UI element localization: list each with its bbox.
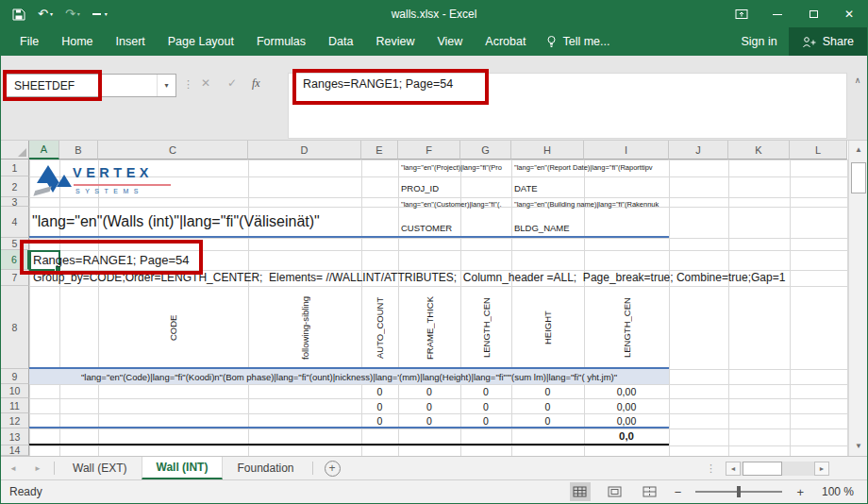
enter-button[interactable]: ✓ [227,76,237,90]
customize-quick-access-button[interactable]: ▾ [92,1,108,27]
table-header-height[interactable]: HEIGHT [538,288,557,367]
row-header-5[interactable]: 5 [1,238,29,250]
cell-H11[interactable]: 0 [511,400,584,413]
row-header-7[interactable]: 7 [1,270,29,286]
cell-F3[interactable]: "lang="en"(Customer)|lang="fi"(. [401,198,509,210]
cell-H1[interactable]: "lang="en"(Report Date)|lang="fi"(Raport… [514,161,667,174]
scroll-right-button[interactable]: ► [814,462,829,476]
ribbon-tab-page-layout[interactable]: Page Layout [157,27,245,56]
cell-F12[interactable]: 0 [398,414,460,428]
row-header-11[interactable]: 11 [1,398,29,413]
select-all-corner[interactable] [1,141,29,160]
cell-A4-title[interactable]: "lang="en"(Walls (int)"|lang="fi"(Välise… [32,209,320,235]
formula-input[interactable]: Ranges=RANGE1; Page=54 [288,73,847,139]
column-header-F[interactable]: F [398,141,460,160]
sign-in-button[interactable]: Sign in [729,35,788,48]
ribbon-display-options-button[interactable] [724,1,760,27]
cancel-button[interactable]: ✕ [201,76,210,90]
save-icon[interactable] [12,8,25,21]
table-header-auto-count[interactable]: AUTO_COUNT [370,288,389,367]
cell-F4[interactable]: CUSTOMER [401,221,452,235]
row-header-14[interactable]: 14 [1,445,29,456]
cell-H4[interactable]: BLDG_NAME [514,221,570,235]
column-header-D[interactable]: D [248,141,361,160]
ribbon-tab-view[interactable]: View [426,27,474,56]
scroll-left-button[interactable]: ◄ [726,462,741,476]
row-header-9[interactable]: 9 [1,369,29,384]
table-header-code[interactable]: CODE [163,288,182,367]
sheet-tab-wall-ext[interactable]: Wall (EXT) [58,457,142,479]
row-header-10[interactable]: 10 [1,384,29,398]
scroll-up-button[interactable]: ▲ [849,141,868,160]
cell-F11[interactable]: 0 [398,400,460,413]
zoom-slider-thumb[interactable] [737,486,741,497]
table-header-length-center[interactable]: LENGTH_CEN [476,288,495,367]
undo-button[interactable]: ↶▾ [38,1,53,27]
vertical-scrollbar-thumb[interactable] [851,162,866,193]
tell-me-box[interactable]: Tell me... [537,35,619,48]
table-header-frame-thick[interactable]: FRAME_THICK [420,288,439,367]
column-header-K[interactable]: K [728,141,790,160]
column-header-I[interactable]: I [584,141,669,160]
sheet-tab-foundation[interactable]: Foundation [223,457,308,479]
column-header-L[interactable]: L [790,141,847,160]
table-header-following-sibling[interactable]: following-sibling [295,288,314,367]
name-box-dropdown[interactable]: ▾ [157,75,175,96]
sheet-tab-wall-int[interactable]: Wall (INT) [142,457,224,479]
cell-A6[interactable]: Ranges=RANGE1; Page=54 [33,251,190,270]
zoom-out-button[interactable]: − [675,485,682,499]
cell-E10[interactable]: 0 [361,385,398,398]
maximize-button[interactable] [795,1,831,27]
redo-button[interactable]: ↷▾ [65,1,80,27]
minimize-button[interactable] [760,1,795,27]
vertical-scrollbar[interactable]: ▲ ▼ [848,141,868,456]
cell-G10[interactable]: 0 [460,385,511,398]
sheet-nav-right-icon[interactable]: ► [25,457,50,479]
cell-H12[interactable]: 0 [511,414,584,428]
row-header-8[interactable]: 8 [1,286,29,369]
row-header-13[interactable]: 13 [1,428,29,445]
column-header-A[interactable]: A [29,141,59,160]
table-header-length-center-2[interactable]: LENGTH_CEN [617,288,636,367]
ribbon-tab-home[interactable]: Home [50,27,104,56]
name-box[interactable]: SHEETDEF ▾ [5,74,176,97]
cell-E12[interactable]: 0 [361,414,398,428]
zoom-level[interactable]: 100 % [818,485,854,498]
column-header-B[interactable]: B [59,141,98,160]
collapse-formula-bar-button[interactable]: ∧ [849,76,866,85]
worksheet-grid[interactable]: VERTEX SYSTEMS "lang="en"(Project)|lang=… [1,141,848,456]
cell-G11[interactable]: 0 [460,400,511,413]
column-header-E[interactable]: E [361,141,398,160]
column-header-C[interactable]: C [98,141,248,160]
cell-A9-column-labels[interactable]: "lang="en"(Code)|lang="fi"(Koodi)n"(Bom … [81,371,617,383]
cell-F1[interactable]: "lang="en"(Project)|lang="fi"(Pro [401,161,509,174]
sheet-nav-left-icon[interactable]: ◄ [1,457,25,479]
column-header-G[interactable]: G [460,141,511,160]
cell-F10[interactable]: 0 [398,385,460,398]
cell-E11[interactable]: 0 [361,400,398,413]
horizontal-scrollbar-track[interactable] [741,462,814,476]
new-sheet-button[interactable]: + [325,461,341,477]
page-break-preview-button[interactable] [640,482,660,501]
row-header-4[interactable]: 4 [1,207,29,238]
cell-A7[interactable]: Group_by=CODE;Order=LENGTH_CENTER; Eleme… [33,271,844,285]
cell-I10[interactable]: 0,00 [584,385,669,398]
ribbon-tab-formulas[interactable]: Formulas [245,27,317,56]
zoom-in-button[interactable]: + [796,485,804,499]
close-button[interactable]: ✕ [831,1,867,27]
normal-view-button[interactable] [570,482,591,501]
ribbon-tab-insert[interactable]: Insert [105,27,157,56]
column-header-H[interactable]: H [511,141,584,160]
horizontal-scrollbar[interactable]: ◄ ► [726,462,829,476]
share-button[interactable]: Share [789,27,867,56]
row-header-3[interactable]: 3 [1,197,29,207]
cell-F2[interactable]: PROJ_ID [401,181,439,195]
cell-H10[interactable]: 0 [511,385,584,398]
horizontal-scrollbar-thumb[interactable] [743,462,782,476]
column-header-J[interactable]: J [669,141,728,160]
cell-I12[interactable]: 0,00 [584,414,669,428]
cell-H2[interactable]: DATE [514,181,538,195]
page-layout-view-button[interactable] [605,482,626,501]
insert-function-button[interactable]: fx [252,76,260,91]
zoom-slider[interactable] [695,491,782,493]
